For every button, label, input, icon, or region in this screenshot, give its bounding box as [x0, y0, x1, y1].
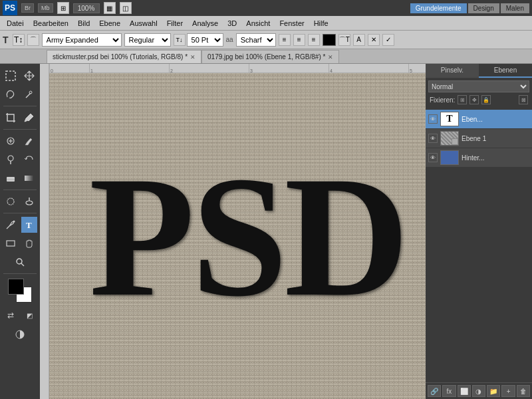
cancel-text-icon[interactable]: ✕ — [368, 34, 380, 46]
hand-tool[interactable] — [21, 235, 37, 251]
align-left-icon[interactable]: ≡ — [279, 34, 291, 46]
layer-eye-text[interactable]: 👁 — [428, 114, 438, 124]
confirm-text-icon[interactable]: ✓ — [382, 34, 394, 46]
canvas-bg[interactable]: PSD — [49, 73, 426, 399]
svg-rect-14 — [7, 241, 15, 246]
new-group-btn[interactable]: 📁 — [487, 385, 500, 397]
text-orientation-icon[interactable]: T↕ — [13, 34, 25, 46]
font-size-select[interactable]: 50 Pt — [187, 33, 223, 47]
clone-tool[interactable] — [3, 152, 19, 168]
font-size-decrease-icon[interactable]: T↓ — [174, 34, 186, 46]
align-right-icon[interactable]: ≡ — [308, 34, 320, 46]
tab-0179[interactable]: 0179.jpg bei 100% (Ebene 1, RGB/8#) * ✕ — [201, 50, 339, 63]
fix-move-icon[interactable]: ✥ — [469, 95, 479, 104]
workspace-grundelemente[interactable]: Grundelemente — [410, 3, 467, 13]
lasso-tool[interactable] — [3, 86, 19, 102]
layer-item-pattern[interactable]: 👁 Ebene 1 — [426, 129, 532, 148]
snap-icon[interactable]: ◫ — [120, 2, 132, 14]
layer-thumb-bg — [440, 150, 459, 165]
workspace-malen[interactable]: Malen — [501, 3, 529, 13]
panel-bottom-bar: 🔗 fx ⬜ ◑ 📁 + 🗑 — [426, 382, 532, 399]
eraser-tool[interactable] — [3, 170, 19, 186]
menu-fenster[interactable]: Fenster — [275, 18, 308, 29]
menu-3d[interactable]: 3D — [223, 18, 241, 29]
gradient-tool[interactable] — [21, 170, 37, 186]
panels: Pinselv. Ebenen Normal Multiplizieren Au… — [426, 64, 532, 399]
swap-colors-icon[interactable]: ⇄ — [3, 307, 19, 323]
svg-point-15 — [17, 259, 22, 264]
align-center-icon[interactable]: ≡ — [293, 34, 305, 46]
svg-point-9 — [7, 198, 14, 205]
shape-tool[interactable] — [3, 235, 19, 251]
svg-point-12 — [13, 221, 15, 223]
ruler-left — [40, 64, 49, 399]
char-panel-icon[interactable]: A — [353, 34, 365, 46]
menu-datei[interactable]: Datei — [3, 18, 28, 29]
font-warp-icon[interactable]: ⌒ — [27, 34, 39, 46]
link-layers-btn[interactable]: 🔗 — [428, 385, 441, 397]
view-icon[interactable]: ▦ — [104, 2, 116, 14]
zoom-display[interactable]: 100% — [73, 3, 100, 13]
tab-stickmuster-close[interactable]: ✕ — [190, 54, 196, 61]
default-colors-icon[interactable]: ◩ — [21, 307, 37, 323]
svg-rect-8 — [25, 176, 34, 181]
menu-bild[interactable]: Bild — [74, 18, 94, 29]
layer-mask-thumb — [452, 138, 458, 145]
add-style-btn[interactable]: fx — [442, 385, 456, 397]
quick-mask-icon[interactable] — [12, 327, 28, 342]
marquee-tool[interactable] — [3, 68, 19, 84]
add-adjustment-btn[interactable]: ◑ — [472, 385, 485, 397]
blur-tool[interactable] — [3, 194, 19, 209]
tab-pinselv[interactable]: Pinselv. — [426, 64, 479, 78]
tab-0179-close[interactable]: ✕ — [328, 54, 333, 61]
crop-tool[interactable] — [3, 110, 19, 126]
tab-stickmuster-label: stickmuster.psd bei 100% (Tutorials, RGB… — [53, 53, 188, 61]
menu-ansicht[interactable]: Ansicht — [242, 18, 274, 29]
ruler-top: 0 1 2 3 4 5 — [49, 64, 426, 73]
tab-stickmuster[interactable]: stickmuster.psd bei 100% (Tutorials, RGB… — [47, 50, 201, 63]
menu-bearbeiten[interactable]: Bearbeiten — [29, 18, 72, 29]
svg-point-6 — [8, 156, 13, 161]
workspace-design[interactable]: Design — [468, 3, 499, 13]
arrange-icon[interactable]: ⊞ — [57, 2, 69, 14]
layer-eye-bg[interactable]: 👁 — [428, 153, 438, 162]
new-layer-btn[interactable]: + — [501, 385, 515, 397]
antialiasing-select[interactable]: Scharf — [236, 33, 276, 47]
text-tool[interactable]: T — [21, 217, 37, 233]
tool-divider-4 — [3, 213, 37, 213]
font-family-select[interactable]: Army Expanded — [42, 33, 122, 47]
svg-rect-0 — [6, 71, 15, 80]
delete-layer-btn[interactable]: 🗑 — [517, 385, 530, 397]
menu-auswahl[interactable]: Auswahl — [126, 18, 162, 29]
history-brush-tool[interactable] — [21, 152, 37, 168]
fix-all-icon[interactable]: ⊠ — [519, 95, 528, 104]
move-tool[interactable] — [21, 68, 37, 84]
healing-tool[interactable] — [3, 133, 19, 149]
menu-ebene[interactable]: Ebene — [95, 18, 124, 29]
menu-analyse[interactable]: Analyse — [188, 18, 222, 29]
fix-position-icon[interactable]: ⊞ — [458, 95, 467, 104]
blend-mode-select[interactable]: Normal Multiplizieren Aufhellen — [428, 80, 529, 92]
dodge-tool[interactable] — [21, 194, 37, 209]
layer-item-text[interactable]: 👁 T Eben... — [426, 110, 532, 128]
layer-eye-pattern[interactable]: 👁 — [428, 134, 438, 143]
badge-mb[interactable]: Mb — [38, 3, 53, 13]
text-color-swatch[interactable] — [323, 34, 336, 46]
tool-divider-1 — [3, 106, 37, 106]
layer-item-background[interactable]: 👁 Hinter... — [426, 148, 532, 167]
add-mask-btn[interactable]: ⬜ — [458, 385, 471, 397]
badge-br[interactable]: Br — [21, 3, 34, 13]
font-style-select[interactable]: Regular — [124, 33, 171, 47]
menu-filter[interactable]: Filter — [163, 18, 187, 29]
magic-wand-tool[interactable] — [21, 86, 37, 102]
menu-hilfe[interactable]: Hilfe — [310, 18, 332, 29]
eyedropper-tool[interactable] — [21, 110, 37, 126]
brush-tool[interactable] — [21, 133, 37, 149]
warp-text-icon[interactable]: ⌒T — [338, 34, 350, 46]
pen-tool[interactable] — [3, 217, 19, 233]
foreground-color-swatch[interactable] — [8, 279, 24, 295]
fix-lock-icon[interactable]: 🔒 — [481, 95, 491, 104]
tab-ebenen[interactable]: Ebenen — [479, 64, 532, 78]
zoom-tool[interactable] — [12, 254, 28, 270]
canvas-psd-text[interactable]: PSD — [49, 150, 406, 323]
